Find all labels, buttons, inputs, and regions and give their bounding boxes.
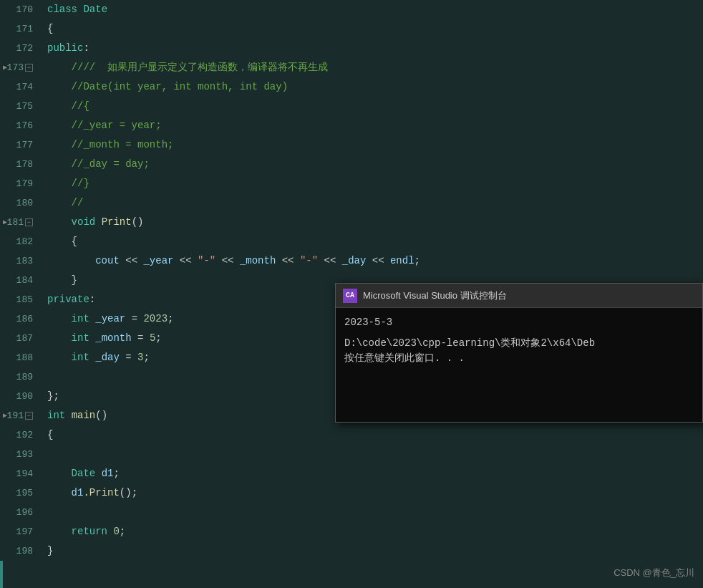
var-name-token: _day: [95, 352, 120, 363]
string-token: "-": [198, 255, 215, 266]
comment-token: //_day = day;: [72, 158, 150, 170]
line-number: 177: [0, 135, 42, 155]
operator-token: =: [120, 352, 137, 363]
console-window[interactable]: CA Microsoft Visual Studio 调试控制台 2023-5-…: [335, 283, 703, 423]
code-line: 174 //Date(int year, int month, int day): [0, 77, 703, 97]
code-line: 173− //// 如果用户显示定义了构造函数，编译器将不再生成: [0, 58, 703, 77]
code-line: 196: [0, 503, 703, 522]
line-number: 197: [0, 522, 42, 541]
var-name-token: _day: [342, 255, 367, 266]
watermark: CSDN @青色_忘川: [614, 567, 694, 579]
line-number: 181−: [0, 213, 42, 232]
punct-token: ;: [155, 332, 161, 344]
kw-void-token: void: [72, 216, 96, 228]
kw-class-token: class: [47, 4, 77, 15]
kw-int-token: int: [72, 332, 89, 344]
code-line: 197 return 0;: [0, 522, 703, 541]
code-line: 183 cout << _year << "-" << _month << "-…: [0, 251, 703, 271]
func-name-token: Print: [102, 216, 132, 228]
console-output-line1: 2023-5-3: [344, 315, 694, 330]
code-line: 177 //_month = month;: [0, 135, 703, 155]
console-output-line3: 按任意键关闭此窗口. . .: [344, 351, 694, 366]
var-name-token: _month: [240, 255, 276, 266]
line-number: 196: [0, 503, 42, 522]
line-number: 194: [0, 464, 42, 483]
line-number: 171: [0, 19, 42, 39]
operator-token: <<: [366, 255, 390, 266]
punct-token: .: [83, 487, 89, 498]
line-content: }: [42, 541, 703, 561]
kw-cout-token: cout: [95, 255, 120, 266]
kw-int-token: int: [47, 410, 65, 421]
line-content: {: [42, 232, 703, 251]
code-lines: 170class Date171{172public:173− //// 如果用…: [0, 0, 703, 561]
line-number: 174: [0, 77, 42, 97]
line-number: 188: [0, 348, 42, 367]
line-content: //Date(int year, int month, int day): [42, 77, 703, 97]
code-line: 171{: [0, 19, 703, 39]
punct-token: [95, 216, 101, 228]
line-number: 179: [0, 174, 42, 193]
comment-token: //Date(int year, int month, int day): [72, 81, 288, 92]
class-name-token: Date: [83, 4, 107, 15]
line-content: cout << _year << "-" << _month << "-" <<…: [42, 251, 703, 271]
code-line: 179 //}: [0, 174, 703, 193]
comment-token: //: [72, 197, 84, 208]
console-body: 2023-5-3 D:\code\2023\cpp-learning\类和对象2…: [336, 308, 702, 422]
kw-int-token: int: [72, 313, 89, 324]
var-name-token: d1: [72, 487, 84, 498]
operator-token: <<: [173, 255, 198, 266]
kw-public-token: public: [47, 42, 83, 54]
line-number: 186: [0, 309, 42, 329]
punct-token: };: [47, 390, 59, 402]
line-number: 185: [0, 290, 42, 309]
number-token: 0: [113, 526, 119, 537]
code-line: 175 //{: [0, 97, 703, 116]
code-line: 195 d1.Print();: [0, 483, 703, 503]
class-name-token: Date: [72, 468, 96, 479]
kw-int-token: int: [72, 352, 89, 363]
line-content: //{: [42, 97, 703, 116]
fold-marker[interactable]: −: [25, 64, 33, 72]
comment-token: //{: [72, 100, 89, 112]
console-title: Microsoft Visual Studio 调试控制台: [363, 289, 507, 302]
operator-token: =: [132, 332, 150, 344]
operator-token: <<: [318, 255, 342, 266]
code-line: 176 //_year = year;: [0, 116, 703, 135]
line-number: 173−: [0, 58, 42, 77]
punct-token: ;: [414, 255, 420, 266]
var-name-token: d1: [102, 468, 114, 479]
var-name-token: _year: [143, 255, 173, 266]
line-number: 193: [0, 445, 42, 464]
func-name-token: main: [72, 410, 96, 421]
line-number: 183: [0, 251, 42, 271]
code-line: 193: [0, 445, 703, 464]
code-line: 180 //: [0, 193, 703, 213]
fold-marker[interactable]: −: [25, 218, 33, 226]
line-number: 175: [0, 97, 42, 116]
line-number: 182: [0, 232, 42, 251]
kw-return-token: return: [72, 526, 107, 537]
code-line: 182 {: [0, 232, 703, 251]
line-number: 180: [0, 193, 42, 213]
line-number: 176: [0, 116, 42, 135]
code-line: 198}: [0, 541, 703, 561]
punct-token: {: [72, 236, 77, 247]
punct-token: :: [89, 294, 95, 305]
punct-token: ;: [113, 468, 119, 479]
punct-token: :: [83, 42, 89, 54]
code-line: 181− void Print(): [0, 213, 703, 232]
line-content: //// 如果用户显示定义了构造函数，编译器将不再生成: [42, 58, 703, 77]
code-line: 194 Date d1;: [0, 464, 703, 483]
var-name-token: _month: [95, 332, 131, 344]
line-content: //: [42, 193, 703, 213]
punct-token: ;: [143, 352, 149, 363]
punct-token: (): [95, 410, 107, 421]
console-icon-label: CA: [346, 291, 354, 299]
kw-private-token: private: [47, 294, 89, 305]
line-content: //_month = month;: [42, 135, 703, 155]
fold-marker[interactable]: −: [25, 412, 33, 420]
line-content: public:: [42, 39, 703, 58]
line-number: 192: [0, 425, 42, 445]
comment-token: //_month = month;: [72, 139, 174, 150]
